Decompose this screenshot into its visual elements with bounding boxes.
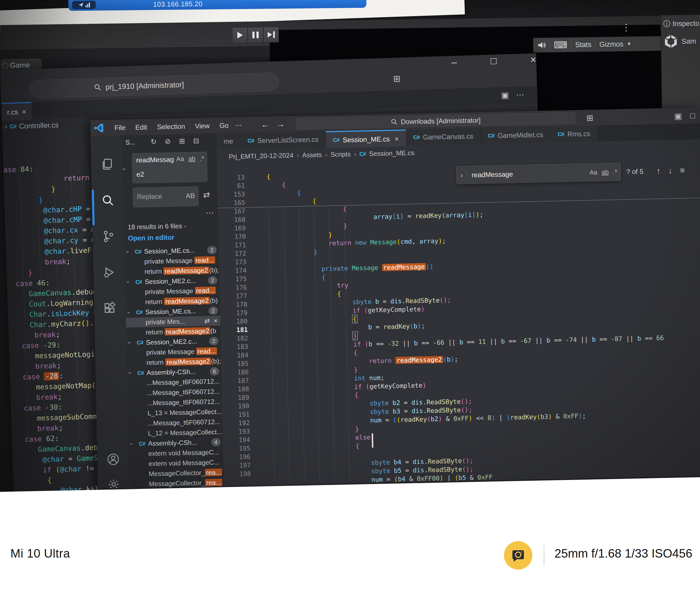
- result-match-row[interactable]: extern void MessageC...: [129, 457, 223, 469]
- play-button[interactable]: [232, 27, 248, 43]
- breadcrumb-item[interactable]: Prj_EMTI_20-12-2024: [229, 151, 294, 160]
- chevron-down-icon[interactable]: ›: [127, 372, 135, 374]
- run-debug-icon[interactable]: [103, 266, 116, 279]
- chevron-down-icon[interactable]: ›: [126, 342, 135, 344]
- chevron-down-icon[interactable]: ›: [126, 311, 134, 314]
- search-details-icon[interactable]: ⋯: [206, 208, 214, 218]
- result-file-row[interactable]: ›C#Assembly-CSh...4: [128, 437, 223, 449]
- result-match-row[interactable]: return readMessage2(b);: [125, 265, 219, 277]
- open-in-editor-link[interactable]: Open in editor: [128, 233, 174, 242]
- forward-icon[interactable]: →: [276, 120, 285, 129]
- result-match-row[interactable]: private Message read...: [125, 285, 220, 297]
- result-match-row[interactable]: ...Message_t6F060712...: [128, 397, 222, 408]
- tab-session-me-cs[interactable]: C#Session_ME.cs×: [326, 130, 406, 148]
- close-button[interactable]: ×: [530, 54, 536, 65]
- chevron-down-icon[interactable]: ›: [125, 281, 133, 283]
- result-match-row[interactable]: MessageCollector_rea...: [129, 467, 224, 479]
- result-match-row[interactable]: return readMessage2(b): [126, 296, 220, 307]
- bg-code-line[interactable]: ase 84:: [3, 163, 105, 174]
- minimize-button[interactable]: –: [451, 56, 457, 68]
- result-match-row[interactable]: private Mes...⇄×: [126, 316, 220, 328]
- close-tab-icon[interactable]: ×: [22, 108, 26, 116]
- chevron-down-icon[interactable]: ›: [125, 251, 133, 253]
- result-match-row[interactable]: L_13 = MessageCollect...: [128, 407, 222, 418]
- search-icon[interactable]: [101, 194, 115, 207]
- mute-audio-icon[interactable]: [538, 41, 546, 49]
- toggle-replace-chevron-icon[interactable]: ›: [122, 168, 129, 170]
- result-match-row[interactable]: L_12 = MessageCollect...: [128, 427, 223, 439]
- result-file-row[interactable]: ›C#Assembly-CSh...6: [127, 366, 221, 378]
- replace-match-icon[interactable]: ⇄: [204, 316, 210, 326]
- tab-me[interactable]: me: [216, 133, 240, 150]
- gizmos-dropdown-icon[interactable]: ▼: [627, 41, 632, 47]
- whole-word-icon[interactable]: ab: [188, 155, 195, 163]
- breadcrumb-file[interactable]: Controller.cs: [19, 121, 58, 131]
- result-match-row[interactable]: return readMessage2(b);: [127, 356, 221, 368]
- gizmos-button[interactable]: Gizmos: [599, 40, 624, 48]
- panel-layout-icon[interactable]: ▣: [674, 111, 682, 121]
- stats-button[interactable]: Stats: [575, 40, 591, 49]
- menu-view[interactable]: View: [191, 121, 213, 131]
- kebab-menu-icon[interactable]: ⋮: [621, 22, 631, 33]
- sid-layout-icon[interactable]: □: [690, 111, 695, 121]
- tab-gamemidlet-cs[interactable]: C#GameMidlet.cs: [481, 127, 551, 144]
- inspected-object-name[interactable]: Sam: [681, 37, 696, 46]
- breadcrumb-item[interactable]: Session_ME.cs: [369, 149, 414, 157]
- inspector-title[interactable]: Inspecto: [672, 19, 699, 28]
- menu-selection[interactable]: Selection: [153, 121, 189, 132]
- keyboard-shortcuts-icon[interactable]: ⌨: [554, 39, 567, 50]
- menu-more-icon[interactable]: ⋯: [232, 120, 245, 130]
- divider: [595, 40, 595, 49]
- breadcrumb-item[interactable]: Scripts: [331, 150, 351, 159]
- extensions-icon[interactable]: [103, 302, 117, 315]
- pause-button[interactable]: [248, 27, 264, 43]
- customize-layout-icon[interactable]: ⊞: [586, 113, 593, 123]
- source-control-icon[interactable]: [102, 230, 115, 243]
- tab-rms-cs[interactable]: C#Rms.cs: [550, 126, 598, 142]
- result-file-row[interactable]: ›C#Session_ME2.c...2: [126, 336, 221, 348]
- result-match-row[interactable]: ...Message_t6F060712...: [127, 376, 222, 388]
- tab-gamecanvas-cs[interactable]: C#GameCanvas.cs: [406, 128, 481, 145]
- refresh-icon[interactable]: ↻: [150, 138, 156, 146]
- replace-all-icon[interactable]: ⇄: [203, 190, 210, 200]
- remote-connection-chip[interactable]: [72, 1, 96, 9]
- tab-serverlistscreen-cs[interactable]: C#ServerListScreen.cs: [240, 131, 326, 149]
- code-editor[interactable]: 13{61{153{165{167{168array[i] = readKey(…: [217, 163, 700, 486]
- menu-file[interactable]: File: [111, 123, 129, 133]
- preserve-case-icon[interactable]: AB: [186, 192, 195, 200]
- search-input[interactable]: readMessag e2 Aa ab .*: [132, 152, 207, 183]
- maximize-button[interactable]: □: [491, 55, 497, 67]
- window-title-search[interactable]: prj_1910 [Administrator]: [29, 72, 279, 99]
- close-tab-icon[interactable]: ×: [394, 135, 399, 143]
- result-match-row[interactable]: private Message read...: [125, 255, 219, 267]
- breadcrumb-item[interactable]: Assets: [302, 151, 322, 159]
- result-match-row[interactable]: ...Message_t6F060712...: [128, 386, 222, 398]
- result-match-row[interactable]: return readMessage2(b: [126, 326, 221, 338]
- result-match-row[interactable]: extern void MessageC...: [129, 447, 223, 459]
- explorer-icon[interactable]: [100, 157, 114, 171]
- result-file-row[interactable]: ›C#Session_ME.cs...2: [126, 306, 220, 317]
- collapse-all-icon[interactable]: ⊟: [193, 137, 199, 145]
- code-editor-partial[interactable]: ase 84:return}}@char.cHP = @cl@char.cMP …: [3, 163, 105, 505]
- menu-go[interactable]: Go: [215, 120, 232, 131]
- more-actions-icon[interactable]: ⋯: [516, 89, 524, 100]
- result-match-row[interactable]: private Message read...: [126, 346, 221, 358]
- open-search-editor-icon[interactable]: ⊞: [179, 137, 185, 145]
- split-editor-icon[interactable]: ▣: [501, 90, 509, 100]
- replace-input[interactable]: Replace AB: [133, 186, 198, 207]
- result-file-row[interactable]: ›C#Session_ME2.c...2: [125, 275, 219, 287]
- csharp-file-icon: C#: [137, 368, 144, 378]
- clear-results-icon[interactable]: ⊘: [165, 137, 171, 146]
- regex-icon[interactable]: .*: [200, 155, 204, 162]
- tab-controller[interactable]: r.cs ×: [1, 102, 32, 121]
- account-icon[interactable]: [107, 453, 120, 466]
- back-icon[interactable]: ←: [261, 120, 269, 129]
- menu-edit[interactable]: Edit: [131, 122, 151, 132]
- result-file-row[interactable]: ›C#Session_ME.cs...2: [125, 245, 219, 257]
- chevron-down-icon[interactable]: ›: [128, 443, 137, 445]
- match-case-icon[interactable]: Aa: [176, 155, 184, 163]
- dismiss-match-icon[interactable]: ×: [213, 316, 218, 326]
- step-button[interactable]: [263, 27, 279, 43]
- customize-layout-icon[interactable]: ⊞: [393, 73, 400, 84]
- result-match-row[interactable]: ...Message_t6F060712...: [128, 417, 222, 429]
